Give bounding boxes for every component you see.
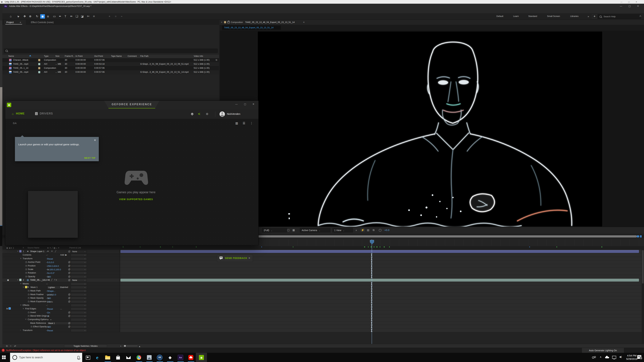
- taskbar-chrome-icon[interactable]: [136, 355, 142, 361]
- row-label[interactable]: Rotation: [28, 272, 36, 274]
- timeline-vertical-scrollbar[interactable]: [642, 250, 644, 344]
- row-controls[interactable]: ◉ ∨ 2 ▤ TAKE_05..._14.mp4 ⊕ ╱ fx @ None: [2, 278, 120, 282]
- track-lane[interactable]: [120, 286, 644, 289]
- rotate-tool-icon[interactable]: ↻: [35, 14, 40, 18]
- timeline-row[interactable]: ◷ Invert On @: [2, 311, 644, 314]
- parent-select[interactable]: [71, 325, 87, 328]
- dropdown-item[interactable]: [28, 210, 78, 214]
- col-parent-link[interactable]: Parent & Link: [70, 247, 81, 249]
- twirl-icon[interactable]: ∨: [20, 257, 22, 259]
- view-supported-games-link[interactable]: VIEW SUPPORTED GAMES: [84, 198, 188, 201]
- label-color-chip[interactable]: [38, 67, 40, 69]
- type-tool-icon[interactable]: T: [63, 14, 68, 18]
- region-of-interest-icon[interactable]: ▢: [287, 229, 290, 232]
- visibility-eye-icon[interactable]: ◉: [7, 279, 9, 281]
- track-lane[interactable]: [120, 322, 644, 325]
- zoom-out-icon[interactable]: ▲: [120, 345, 122, 347]
- track-lane[interactable]: [120, 296, 644, 300]
- ae-minimize-button[interactable]: —: [620, 5, 622, 7]
- row-label[interactable]: Mask Expansion: [30, 300, 46, 303]
- shape-tool-icon[interactable]: ▭: [52, 14, 57, 18]
- parent-select[interactable]: [71, 290, 87, 293]
- item-name[interactable]: TAKE_05...mp4: [13, 63, 28, 65]
- timeline-button-icon[interactable]: ▤: [367, 229, 369, 232]
- property-value[interactable]: ∞ 100.0,100.0: [47, 268, 61, 271]
- taskbar-after-effects-icon[interactable]: Ae: [178, 355, 184, 361]
- row-label[interactable]: Mask Feather: [30, 293, 44, 296]
- row-controls[interactable]: ∨ 1 ★ Shape Layer 1 ⊕ ✳ ╱ @ None: [2, 250, 120, 253]
- twirl-icon[interactable]: ∨: [20, 282, 22, 285]
- row-label[interactable]: Mask Path: [30, 290, 40, 292]
- pickwhip-icon[interactable]: @: [68, 300, 70, 303]
- pan-behind-tool-icon[interactable]: ⧈: [46, 14, 50, 18]
- label-color-chip[interactable]: [38, 71, 40, 73]
- unity-minimize-button[interactable]: —: [620, 0, 622, 4]
- view-camera-select[interactable]: Active Camera⌄: [300, 228, 330, 232]
- workspace-learn[interactable]: Learn: [513, 15, 519, 17]
- pickwhip-icon[interactable]: @: [68, 311, 70, 314]
- row-controls[interactable]: ◷ Rotation 0x+0.0° @: [2, 271, 120, 275]
- timeline-row[interactable]: ◷ Anchor Point 0.0,0.0 @: [2, 260, 644, 264]
- exposure-value[interactable]: +0.0: [384, 229, 390, 231]
- twirl-icon[interactable]: ›: [20, 329, 21, 331]
- track-lane[interactable]: [120, 314, 644, 318]
- row-controls[interactable]: ◷ Mask Feather ∞ 0.0,0.0 pixels @: [2, 293, 120, 296]
- track-lane[interactable]: [120, 260, 644, 264]
- workspace-libraries[interactable]: Libraries: [570, 15, 578, 17]
- pickwhip-icon[interactable]: @: [68, 261, 70, 264]
- row-label[interactable]: Transform: [23, 329, 32, 332]
- pickwhip-icon[interactable]: @: [68, 268, 70, 271]
- timeline-row[interactable]: ◷ Position 256.0,424.0 @: [2, 264, 644, 268]
- row-controls[interactable]: ◷ Opacity 100% @: [2, 275, 120, 278]
- track-lane[interactable]: [120, 271, 644, 275]
- dropdown-item[interactable]: [28, 228, 78, 233]
- pickwhip-icon[interactable]: @: [68, 279, 70, 281]
- parent-select[interactable]: [71, 268, 87, 271]
- selection-tool-icon[interactable]: ➤: [15, 13, 22, 19]
- row-label[interactable]: Scale: [28, 268, 33, 271]
- row-label[interactable]: Anchor Point: [28, 261, 40, 263]
- row-controls[interactable]: ◷ Mask Expansion 0.0 pixels @: [2, 300, 120, 303]
- timeline-row[interactable]: ∨ Compositing Options + −: [2, 318, 644, 321]
- tab-home[interactable]: HOME: [16, 112, 25, 115]
- parent-select[interactable]: [71, 293, 87, 296]
- settings-gear-icon[interactable]: ✲: [206, 112, 208, 116]
- project-row[interactable]: TAKE_05...mp4 AVI ... MB 30 0:00:00:00 0…: [2, 70, 219, 74]
- row-controls[interactable]: ∨ fx Mask 1 Lighten Inverted: [2, 286, 120, 289]
- auto-generate-lighting-toggle[interactable]: Auto Generate Lighting On: [582, 348, 624, 353]
- track-lane[interactable]: [120, 257, 644, 260]
- camera-tool-icon[interactable]: ◉: [40, 14, 45, 18]
- gf-titlebar[interactable]: ◉ GEFORCE EXPERIENCE — ▢ ✕: [5, 101, 258, 110]
- timeline-row[interactable]: Contents Add: ▶: [2, 253, 644, 257]
- property-value[interactable]: Reset: [47, 308, 53, 310]
- mode-select[interactable]: [47, 304, 48, 307]
- project-tab-menu-icon[interactable]: ≡: [20, 21, 21, 24]
- row-controls[interactable]: ◷ Effect Opacity 100% @: [2, 325, 120, 329]
- track-lane[interactable]: [120, 300, 644, 303]
- gf-minimize-button[interactable]: —: [235, 103, 238, 105]
- parent-select[interactable]: [71, 261, 87, 264]
- comp-panel-menu-icon[interactable]: ≡: [303, 21, 304, 23]
- timeline-row[interactable]: ∨ Transform Reset: [2, 257, 644, 260]
- timeline-row[interactable]: ◷ Scale ∞ 100.0,100.0% @: [2, 268, 644, 271]
- track-lane[interactable]: [120, 311, 644, 314]
- row-label[interactable]: Compositing Options: [28, 318, 48, 321]
- error-icon[interactable]: !: [2, 349, 5, 352]
- zoom-tool-icon[interactable]: ⊕: [28, 14, 32, 18]
- dropdown-item[interactable]: [28, 219, 78, 224]
- col-file-path[interactable]: File Path: [140, 55, 148, 57]
- track-lane[interactable]: [120, 289, 644, 293]
- dropdown-item[interactable]: [28, 233, 78, 238]
- track-lane[interactable]: [120, 250, 644, 253]
- action-center-icon[interactable]: 2: [637, 355, 641, 359]
- flowchart-icon[interactable]: ⧉: [373, 229, 374, 232]
- graph-editor-icon[interactable]: ⇄: [14, 345, 16, 347]
- taskbar-search[interactable]: Type here to search: [10, 353, 82, 362]
- workspace-default[interactable]: Default: [496, 15, 503, 17]
- pickwhip-icon[interactable]: @: [68, 272, 70, 274]
- lock-icon[interactable]: [228, 21, 230, 23]
- taskbar-creative-cloud-icon[interactable]: [188, 355, 194, 361]
- track-lane[interactable]: [120, 293, 644, 296]
- property-value[interactable]: Reset: [47, 329, 53, 332]
- filter-icon[interactable]: ☰: [243, 121, 245, 125]
